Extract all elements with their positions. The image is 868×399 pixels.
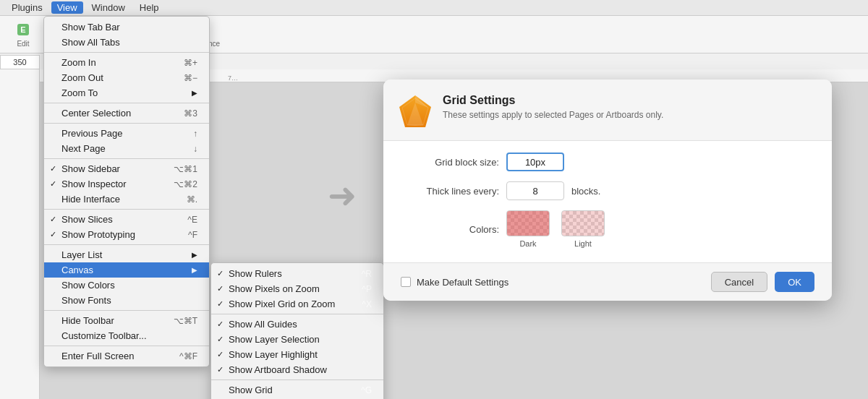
menu-layer-list[interactable]: Layer List ▶ [44,247,209,262]
menu-customize-toolbar[interactable]: Customize Toolbar... [44,328,209,343]
menu-show-fonts[interactable]: Show Fonts [44,293,209,308]
menu-next-page-shortcut: ↓ [182,144,197,154]
menu-show-sidebar[interactable]: ✓ Show Sidebar ⌥⌘1 [44,161,209,176]
submenu-show-rulers[interactable]: ✓ Show Rulers ^R [211,266,383,281]
menu-show-inspector[interactable]: ✓ Show Inspector ⌥⌘2 [44,176,209,192]
menu-previous-page-shortcut: ↑ [182,129,197,139]
menu-center-selection-shortcut: ⌘3 [172,108,197,119]
light-color-swatch[interactable] [561,210,605,236]
menu-zoom-out[interactable]: Zoom Out ⌘− [44,70,209,85]
separator-3 [44,123,209,124]
menu-enter-full-screen[interactable]: Enter Full Screen ^⌘F [44,348,209,364]
dialog-subtitle: These settings apply to selected Pages o… [443,110,663,120]
menu-help[interactable]: Help [134,1,165,14]
submenu-show-pixel-grid-shortcut: ^X [350,299,372,309]
coord-value: 350 [13,58,26,66]
menu-zoom-in[interactable]: Zoom In ⌘+ [44,55,209,70]
sketch-app-icon [398,94,433,129]
menu-customize-toolbar-label: Customize Toolbar... [61,330,147,341]
ruler-vertical [0,69,40,399]
submenu-show-layer-highlight-label: Show Layer Highlight [229,349,318,360]
menu-zoom-to-label: Zoom To [61,87,98,98]
menu-show-prototyping-shortcut: ^F [176,230,197,240]
grid-block-size-input[interactable]: 10px [506,153,564,171]
submenu-show-pixels-on-zoom[interactable]: ✓ Show Pixels on Zoom ^P [211,281,383,296]
submenu-show-pixel-grid-on-zoom[interactable]: ✓ Show Pixel Grid on Zoom ^X [211,296,383,312]
dark-swatch-label: Dark [519,239,536,248]
submenu-show-layer-highlight[interactable]: ✓ Show Layer Highlight [211,347,383,362]
submenu-show-layer-selection-label: Show Layer Selection [229,334,320,345]
menu-show-inspector-label: Show Inspector [61,179,127,189]
thick-lines-label: Thick lines every: [405,186,499,197]
show-slices-check: ✓ [50,215,56,224]
menu-plugins[interactable]: Plugins [6,1,48,14]
menu-canvas-label: Canvas [61,265,93,275]
menu-hide-interface-shortcut: ⌘. [175,194,197,205]
menu-show-all-tabs-label: Show All Tabs [61,37,120,48]
make-default-checkbox[interactable] [401,277,411,287]
menu-zoom-out-shortcut: ⌘− [172,73,197,83]
dialog-title: Grid Settings [443,94,663,107]
dark-color-swatch[interactable] [506,210,550,236]
menu-zoom-in-label: Zoom In [61,57,96,68]
menu-center-selection[interactable]: Center Selection ⌘3 [44,106,209,121]
dialog-footer: Make Default Settings Cancel OK [383,263,832,301]
menu-show-tab-bar-label: Show Tab Bar [61,22,120,33]
menu-enter-full-screen-label: Enter Full Screen [61,351,134,361]
menu-show-colors[interactable]: Show Colors [44,278,209,293]
show-pixel-grid-check: ✓ [217,299,224,309]
submenu-show-pixels-on-zoom-shortcut: ^P [350,284,372,294]
show-all-guides-check: ✓ [217,319,224,329]
ok-button[interactable]: OK [775,272,814,292]
menu-show-colors-label: Show Colors [61,280,115,291]
light-swatch-label: Light [574,239,592,248]
separator-8 [44,346,209,346]
separator-4 [44,158,209,159]
menu-previous-page-label: Previous Page [61,128,123,139]
dark-swatch-color [507,211,549,236]
canvas-submenu: ✓ Show Rulers ^R ✓ Show Pixels on Zoom ^… [210,262,384,399]
submenu-show-pixel-grid-on-zoom-label: Show Pixel Grid on Zoom [229,299,335,309]
menu-enter-full-screen-shortcut: ^⌘F [168,351,197,361]
show-inspector-check: ✓ [50,179,56,189]
menu-show-slices[interactable]: ✓ Show Slices ^E [44,212,209,227]
cancel-button[interactable]: Cancel [711,272,767,292]
edit-button[interactable]: E Edit [9,18,38,51]
menu-hide-toolbar-label: Hide Toolbar [61,315,114,326]
menu-next-page[interactable]: Next Page ↓ [44,141,209,156]
svg-text:E: E [20,25,25,34]
menu-canvas-arrow: ▶ [192,266,197,274]
menu-zoom-out-label: Zoom Out [61,72,103,83]
menu-canvas[interactable]: Canvas ▶ ✓ Show Rulers ^R ✓ Show Pixels … [44,262,209,278]
menu-show-prototyping[interactable]: ✓ Show Prototyping ^F [44,227,209,242]
menu-previous-page[interactable]: Previous Page ↑ [44,126,209,141]
separator-1 [44,52,209,53]
submenu-show-all-guides-label: Show All Guides [229,319,297,330]
menu-window[interactable]: Window [86,1,131,14]
menu-view[interactable]: View [51,1,83,14]
submenu-show-artboard-shadow[interactable]: ✓ Show Artboard Shadow [211,362,383,377]
menu-hide-interface-label: Hide Interface [61,194,120,205]
separator-5 [44,209,209,210]
thick-lines-input[interactable]: 8 [506,181,564,200]
menu-hide-interface[interactable]: Hide Interface ⌘. [44,192,209,207]
color-swatch-group: Dark Light [506,210,605,248]
menu-hide-toolbar[interactable]: Hide Toolbar ⌥⌘T [44,313,209,328]
menu-show-tab-bar[interactable]: Show Tab Bar [44,20,209,35]
show-sidebar-check: ✓ [50,164,56,173]
submenu-show-pixels-on-zoom-label: Show Pixels on Zoom [229,283,320,294]
menu-next-page-label: Next Page [61,143,106,154]
submenu-show-rulers-shortcut: ^R [350,269,372,279]
menu-show-all-tabs[interactable]: Show All Tabs [44,35,209,50]
show-pixels-zoom-check: ✓ [217,284,224,293]
dialog-body: Grid block size: 10px Thick lines every:… [383,140,832,263]
submenu-show-layer-selection[interactable]: ✓ Show Layer Selection [211,332,383,347]
colors-label: Colors: [405,224,499,235]
menu-layer-list-label: Layer List [61,249,102,260]
menu-show-sidebar-shortcut: ⌥⌘1 [162,164,197,174]
submenu-show-all-guides[interactable]: ✓ Show All Guides [211,317,383,332]
submenu-show-grid[interactable]: Show Grid ^G [211,382,383,398]
menu-zoom-to[interactable]: Zoom To ▶ [44,85,209,100]
dialog-title-area: Grid Settings These settings apply to se… [443,94,663,120]
menu-show-inspector-shortcut: ⌥⌘2 [162,179,197,189]
